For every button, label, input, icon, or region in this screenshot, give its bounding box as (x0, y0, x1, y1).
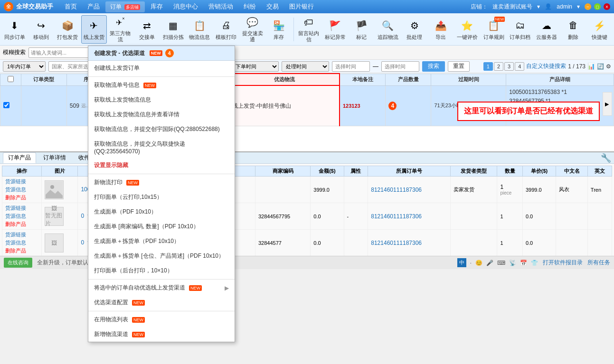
settings-icon[interactable]: ⚙ (606, 63, 611, 70)
menu-item-new-logistics-print[interactable]: 新物流打印 NEW (88, 175, 235, 190)
menu-item-get-logistics[interactable]: 获取线上发货物流信息 (88, 93, 235, 107)
move-to-button[interactable]: ↪ 移动到 (28, 15, 54, 44)
menu-item-print-backend[interactable]: 打印面单（后台打印，10×10） (88, 263, 235, 278)
mark-abnormal-button[interactable]: 🚩 标记异常 (322, 15, 348, 44)
minimize-button[interactable]: − (585, 3, 591, 10)
tab-order-details[interactable]: 订单详情 (38, 152, 71, 163)
menu-item-get-logistics-detail[interactable]: 获取线上发货物流信息并查看详情 (88, 107, 235, 122)
page-1[interactable]: 1 (483, 62, 493, 71)
nav-message[interactable]: 消息中心 (169, 1, 203, 12)
year-filter-select[interactable]: 1年内订单 (3, 61, 46, 72)
order-id-link-3[interactable]: 8121460111187306 (371, 240, 422, 246)
order-archive-button[interactable]: 🗂 订单归档 (507, 15, 533, 44)
all-tasks-link[interactable]: 所有任务 (587, 259, 610, 267)
source-link-2[interactable]: 货源链接 (5, 205, 38, 212)
one-click-review-button[interactable]: ⭐ 一键评价 (454, 15, 480, 44)
menu-item-get-tracking[interactable]: 获取物流单号信息 NEW (88, 78, 235, 93)
delete-button[interactable]: 🗑 删除 (560, 15, 586, 44)
nav-dispute[interactable]: 纠纷 (239, 1, 261, 12)
mic-icon[interactable]: 🎤 (486, 260, 493, 266)
delete-product-1[interactable]: 删除产品 (5, 194, 38, 201)
order-id-link-2[interactable]: 8121460111187306 (371, 213, 422, 220)
user-name[interactable]: admin (557, 3, 572, 10)
nav-marketing[interactable]: 营销活动 (204, 1, 238, 12)
search-button[interactable]: 搜索 (422, 61, 445, 72)
mark-button[interactable]: 🏴 标记 (349, 15, 374, 44)
menu-item-add-logistics[interactable]: 新增物流渠道 NEW (88, 327, 235, 342)
bottom-settings-icon[interactable]: 🔧 (601, 153, 611, 163)
calendar-icon[interactable]: 📅 (520, 260, 527, 266)
source-link-3[interactable]: 货源链接 (5, 231, 38, 238)
source-info-2[interactable]: 货源信息 (5, 213, 38, 220)
export-button[interactable]: 📤 导出 (428, 15, 453, 44)
start-date-input[interactable] (332, 61, 370, 72)
menu-item-gen-pdf-sku[interactable]: 生成面单 [商家编码, 数量]（PDF 10x10） (88, 219, 235, 234)
submit-button[interactable]: 💬 提交速卖通 (240, 15, 265, 44)
logistics-info-button[interactable]: 📋 物流信息 (187, 15, 213, 44)
menu-item-gen-pdf-pick2[interactable]: 生成面单＋拣货单 [仓位、产品简述]（PDF 10x10） (88, 249, 235, 263)
row-checkbox[interactable] (3, 102, 9, 108)
menu-item-create-online[interactable]: 创建线上发货订单 (88, 61, 235, 75)
online-ship-button[interactable]: ✈ 线上发货 (81, 15, 107, 44)
menu-item-auto-select[interactable]: 将选中的订单自动优选线上发货渠道 NEW ▶ (88, 280, 235, 295)
transfer-button[interactable]: ⇄ 交接单 (134, 15, 160, 44)
nav-trade[interactable]: 交易 (262, 1, 283, 12)
end-date-input[interactable] (381, 61, 419, 72)
nav-product[interactable]: 产品 (83, 1, 104, 12)
select-all-checkbox[interactable] (8, 76, 14, 82)
template-print-button[interactable]: 🖨 模板打印 (213, 15, 239, 44)
keyboard-icon[interactable]: ⌨ (497, 260, 505, 266)
menu-item-get-cyj[interactable]: 获取物流信息，并提交创宇国际(QQ:2880522688) (88, 122, 235, 137)
source-link-1[interactable]: 货源链接 (5, 178, 38, 185)
refresh-icon[interactable]: 🔄 (597, 63, 604, 70)
menu-item-print-cloud[interactable]: 打印面单（云打印,10x15） (88, 190, 235, 205)
menu-item-set-hidden[interactable]: 设置显示隐藏 (88, 158, 235, 173)
reset-button[interactable]: 重置 (448, 61, 470, 72)
nav-warehouse[interactable]: 库存 (146, 1, 168, 12)
page-3[interactable]: 3 (504, 62, 514, 71)
delete-product-2[interactable]: 删除产品 (5, 221, 38, 228)
online-consult-button[interactable]: 在线咨询 (4, 258, 32, 268)
custom-search-label[interactable]: 自定义快捷搜索 (526, 62, 566, 70)
nav-home[interactable]: 首页 (60, 1, 82, 12)
nav-image-bank[interactable]: 图片银行 (284, 1, 319, 12)
menu-item-logistics-list[interactable]: 在用物流列表 NEW (88, 312, 235, 327)
print-ship-button[interactable]: 📦 打包发货 (55, 15, 80, 44)
filter-input[interactable] (28, 47, 95, 58)
order-id-link-1[interactable]: 8121460111187306 (371, 187, 422, 193)
network-icon[interactable]: 📡 (509, 260, 516, 266)
sync-order-button[interactable]: ⬇ 同步订单 (2, 15, 28, 44)
open-log-link[interactable]: 打开软件报目录 (543, 259, 583, 267)
page-2[interactable]: 2 (494, 62, 503, 71)
scan-button[interactable]: ▦ 扫描分拣 (161, 15, 186, 44)
process-time-select[interactable]: 处理时间 (282, 61, 329, 72)
page-4[interactable]: 4 (515, 62, 524, 71)
store-name[interactable]: 速卖通测试账号 (492, 3, 532, 11)
batch-handle-button[interactable]: ⚙ 批处理 (402, 15, 427, 44)
close-button[interactable]: × (604, 3, 610, 10)
nav-order[interactable]: 订单 多店铺 (105, 1, 145, 12)
emoji-icon[interactable]: 😊 (475, 260, 482, 266)
annotation-box: 这里可以看到订单是否已经有优选渠道 (457, 102, 600, 121)
product-id-link-2[interactable]: 0 (81, 213, 84, 219)
source-info-1[interactable]: 货源信息 (5, 186, 38, 193)
product-id-link-3[interactable]: 0 (81, 239, 84, 246)
shortcut-button[interactable]: ⚡ 快捷键 (586, 15, 612, 44)
menu-item-get-ylj[interactable]: 获取物流信息，并提交义鸟联捷快递(QQ:2355645070) (88, 137, 235, 158)
tab-order-products[interactable]: 订单产品 (3, 152, 36, 163)
menu-item-gen-pdf-pick[interactable]: 生成面单＋拣货单（PDF 10x10） (88, 234, 235, 249)
track-logistics-button[interactable]: 🔍 追踪物流 (375, 15, 401, 44)
order-time-select[interactable]: 下单时间 (231, 61, 279, 72)
station-msg-button[interactable]: 🏷 留言站内信 (296, 15, 321, 44)
scroll-right-icon[interactable]: ▶ (603, 92, 612, 116)
mark-abnormal-label: 标记异常 (325, 34, 346, 40)
order-rules-button[interactable]: 📋 订单规则 NEW (481, 15, 507, 44)
source-info-3[interactable]: 货源信息 (5, 239, 38, 246)
third-ship-button[interactable]: ✈× 第三方物流 (108, 15, 133, 44)
maximize-button[interactable]: □ (594, 3, 601, 10)
menu-item-priority-config[interactable]: 优选渠道配置 NEW (88, 295, 235, 310)
cloud-server-button[interactable]: ☁ 云服务器 (534, 15, 559, 44)
warehouse-button[interactable]: 🏪 库存 (266, 15, 292, 44)
menu-item-gen-pdf[interactable]: 生成面单（PDF 10x10） (88, 205, 235, 219)
delete-product-3[interactable]: 删除产品 (5, 247, 38, 254)
